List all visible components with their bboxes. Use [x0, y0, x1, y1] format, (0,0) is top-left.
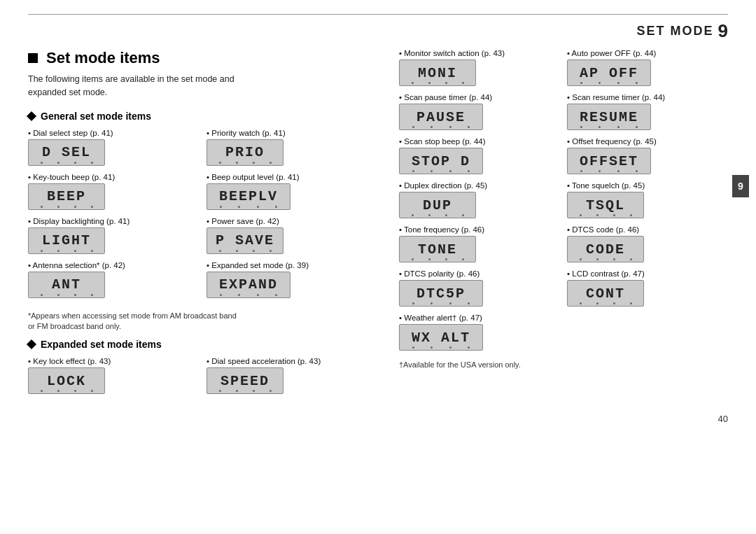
list-item: • Key-touch beep (p. 41) BEEP: [28, 173, 200, 210]
lcd-dots: [207, 250, 283, 252]
list-item: • Expanded set mode (p. 39) EXPAND: [206, 261, 378, 298]
lcd-expand: EXPAND: [206, 272, 290, 298]
lcd-stop-d: STOP D: [399, 148, 483, 174]
general-items-grid: • Dial select step (p. 41) D SEL • Prior…: [28, 129, 378, 305]
lcd-dots: [568, 258, 643, 260]
item-label: • Power save (p. 42): [206, 217, 378, 225]
right-column: • Monitor switch action (p. 43) MONI • A…: [378, 49, 728, 407]
lcd-text: AP OFF: [580, 65, 638, 81]
item-label: • Display backlighting (p. 41): [28, 217, 200, 225]
list-item: • Dial speed acceleration (p. 43) SPEED: [206, 357, 378, 394]
lcd-text: MONI: [418, 65, 457, 81]
lcd-text: ANT: [52, 276, 81, 293]
list-item: • Offset frequency (p. 45) OFFSET: [567, 137, 728, 174]
lcd-dots: [400, 126, 482, 128]
lcd-resume: RESUME: [567, 104, 651, 130]
list-item: • Scan stop beep (p. 44) STOP D: [399, 137, 560, 174]
intro-text: The following items are available in the…: [28, 73, 252, 99]
lcd-lock: LOCK: [28, 367, 105, 394]
item-label: • Weather alert† (p. 47): [399, 314, 560, 322]
item-label: • Auto power OFF (p. 44): [567, 49, 728, 57]
lcd-dots: [207, 390, 283, 392]
item-label: • Dial select step (p. 41): [28, 129, 200, 137]
lcd-text: PAUSE: [416, 109, 465, 125]
lcd-text: SPEED: [220, 373, 270, 389]
lcd-prio: PRIO: [206, 139, 284, 166]
item-label: • Antenna selection* (p. 42): [28, 261, 200, 269]
header-row: SET MODE 9: [28, 20, 728, 42]
expanded-subtitle: Expanded set mode items: [28, 339, 378, 350]
list-item: • DTCS code (p. 46) CODE: [567, 225, 728, 262]
lcd-dots: [568, 170, 650, 172]
lcd-speed: SPEED: [206, 367, 284, 394]
item-label: • DTCS code (p. 46): [567, 225, 728, 234]
item-label: • Offset frequency (p. 45): [567, 137, 728, 146]
list-item: • Tone squelch (p. 45) TSQL: [567, 181, 728, 218]
general-subtitle: General set mode items: [28, 111, 378, 122]
lcd-dots: [400, 346, 482, 349]
lcd-dots: [207, 162, 283, 164]
lcd-text: DUP: [423, 197, 452, 213]
side-tab-label: 9: [732, 175, 749, 197]
diamond-icon: [27, 339, 36, 349]
item-label: • Scan stop beep (p. 44): [399, 137, 560, 146]
item-label: • Tone frequency (p. 46): [399, 225, 560, 234]
lcd-dup: DUP: [399, 192, 476, 218]
lcd-beep: BEEP: [28, 183, 105, 210]
lcd-dots: [207, 294, 290, 296]
lcd-text: STOP D: [412, 153, 470, 169]
footnote-avail: †Available for the USA version only.: [399, 360, 728, 369]
lcd-text: TSQL: [586, 197, 625, 213]
lcd-dtcs-p: DTC5P: [399, 280, 483, 307]
item-label: • Dial speed acceleration (p. 43): [206, 357, 378, 365]
diamond-icon: [27, 111, 36, 120]
lcd-beeplv: BEEPLV: [206, 183, 290, 210]
item-label: • Monitor switch action (p. 43): [399, 49, 560, 57]
lcd-wx-alt: WX ALT: [399, 324, 483, 351]
lcd-text: CONT: [586, 286, 625, 302]
lcd-text: LIGHT: [42, 232, 91, 248]
lcd-pause: PAUSE: [399, 104, 483, 130]
list-item: • Beep output level (p. 41) BEEPLV: [206, 173, 378, 210]
list-item: • Scan resume timer (p. 44) RESUME: [567, 93, 728, 130]
top-rule: [28, 14, 728, 15]
lcd-text: RESUME: [580, 109, 638, 125]
lcd-text: BEEPLV: [219, 188, 278, 204]
lcd-code: CODE: [567, 236, 644, 262]
lcd-light: LIGHT: [28, 227, 105, 254]
lcd-ap-off: AP OFF: [567, 59, 651, 86]
lcd-text: CODE: [586, 241, 625, 258]
list-item: • Power save (p. 42) P SAVE: [206, 217, 378, 254]
lcd-dots: [29, 250, 104, 252]
item-label: • Tone squelch (p. 45): [567, 181, 728, 190]
antenna-footnote: *Appears when accessing set mode from AM…: [28, 311, 238, 332]
lcd-dots: [29, 162, 104, 164]
lcd-dots: [568, 214, 643, 216]
list-item: • LCD contrast (p. 47) CONT: [567, 269, 728, 307]
lcd-dots: [400, 258, 475, 260]
lcd-text: BEEP: [47, 188, 86, 204]
list-item: • Display backlighting (p. 41) LIGHT: [28, 217, 200, 254]
lcd-psave: P SAVE: [206, 227, 284, 254]
lcd-text: EXPAND: [219, 276, 278, 293]
lcd-d-sel: D SEL: [28, 139, 105, 166]
right-items-grid: • Monitor switch action (p. 43) MONI • A…: [399, 49, 728, 369]
lcd-dots: [29, 206, 104, 208]
black-square-icon: [28, 53, 38, 63]
list-item: • Priority watch (p. 41) PRIO: [206, 129, 378, 166]
page-number: 40: [28, 414, 728, 424]
lcd-moni: MONI: [399, 59, 476, 86]
list-item: • DTCS polarity (p. 46) DTC5P: [399, 269, 560, 307]
header-title: SET MODE: [637, 24, 714, 38]
lcd-text: PRIO: [225, 144, 265, 160]
lcd-text: DTC5P: [416, 286, 465, 302]
lcd-text: WX ALT: [412, 330, 470, 346]
list-item: • Key lock effect (p. 43) LOCK: [28, 357, 200, 394]
lcd-offset: OFFSET: [567, 148, 651, 174]
lcd-ant: ANT: [28, 272, 105, 298]
lcd-dots: [29, 390, 104, 392]
lcd-tone: TONE: [399, 236, 476, 262]
side-tab-9: 9: [732, 175, 749, 197]
section-title: Set mode items: [28, 49, 378, 67]
lcd-dots: [568, 126, 650, 128]
